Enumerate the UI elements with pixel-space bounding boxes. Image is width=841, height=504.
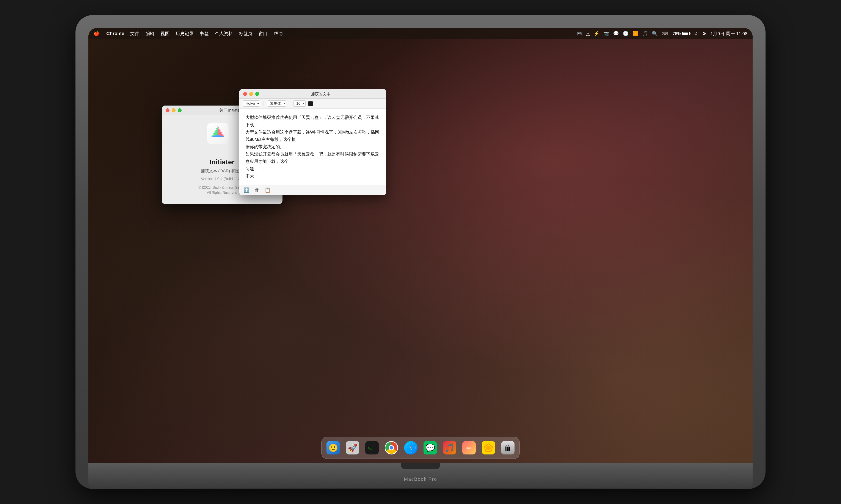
clock-icon[interactable]: 🕐 [623,31,629,36]
dock: 🙂 🚀 $ [321,437,520,459]
font-select[interactable]: Helvetica [243,101,260,107]
menu-edit[interactable]: 编辑 [145,31,154,37]
capture-maximize-button[interactable] [255,92,259,96]
screenshot-icon[interactable]: 📷 [603,31,609,36]
menubar: 🍎 Chrome 文件 编辑 视图 历史记录 书签 个人资料 标签页 窗口 帮助… [88,28,753,39]
dock-music[interactable]: 🎵 [442,439,458,456]
capture-traffic-lights [243,92,259,96]
capture-body[interactable]: 大型软件墙裂推荐优先使用「天翼云盘」，该云盘无需开会员，不限速下载！ 大型文件最… [239,109,386,185]
capture-footer: ⬆️ 🗑 📋 [239,185,386,195]
traffic-lights [166,108,182,112]
delete-icon[interactable]: 🗑 [255,187,259,193]
svg-text:_: _ [371,446,373,450]
display-icon[interactable]: 🖥 [693,31,698,36]
capture-text-window: 捕获的文本 Helvetica 常规体 16 [239,89,386,195]
clock-display: 1月9日 周一 11:08 [710,31,748,37]
camera-notch [401,463,440,469]
minimize-button[interactable] [172,108,175,112]
wifi-icon[interactable]: 📶 [633,31,638,36]
dock-finder[interactable]: 🙂 [325,439,341,456]
capture-minimize-button[interactable] [249,92,253,96]
menu-file[interactable]: 文件 [130,31,139,37]
battery-percent: 76% [672,31,681,36]
laptop-bottom: MacBook Pro [88,463,753,489]
apple-menu[interactable]: 🍎 [93,31,99,36]
svg-text:🗑: 🗑 [504,444,512,452]
screen: 🍎 Chrome 文件 编辑 视图 历史记录 书签 个人资料 标签页 窗口 帮助… [88,28,753,463]
macbook-label: MacBook Pro [404,476,437,482]
capture-close-button[interactable] [243,92,247,96]
menu-help[interactable]: 帮助 [274,31,283,37]
menubar-right: 🎮 △ ⚡ 📷 💬 🕐 📶 🎵 🔍 ⌨ 76% [577,31,748,37]
bolt-icon[interactable]: ⚡ [594,31,600,36]
initiater-icon-svg [207,123,228,144]
app-name: Initiater [210,158,235,166]
battery-bar [682,32,690,35]
dock-launchpad[interactable]: 🚀 [344,439,361,456]
chat-icon[interactable]: 💬 [613,31,619,36]
capture-window-title: 捕获的文本 [259,91,382,96]
menu-view[interactable]: 视图 [160,31,170,37]
battery-indicator: 76% [672,31,690,36]
macbook-pro: 🍎 Chrome 文件 编辑 视图 历史记录 书签 个人资料 标签页 窗口 帮助… [75,15,766,489]
app-subtitle: 捕获文本 (OCR) 和图形 [201,168,243,174]
copy-icon[interactable]: 📋 [264,187,270,193]
capture-toolbar: Helvetica 常规体 16 [239,98,386,109]
share-icon[interactable]: ⬆️ [244,187,250,193]
style-select[interactable]: 常规体 [267,101,286,107]
svg-text:🎵: 🎵 [445,443,454,452]
toolbar-separator-1 [263,101,264,106]
svg-text:💬: 💬 [426,443,435,452]
menu-history[interactable]: 历史记录 [175,31,194,37]
svg-text:✏: ✏ [466,445,472,452]
svg-text:$: $ [368,446,370,450]
svg-text:🙂: 🙂 [328,443,338,452]
menu-bookmarks[interactable]: 书签 [200,31,209,37]
menu-tabs[interactable]: 标签页 [239,31,253,37]
dock-container: 🙂 🚀 $ [321,437,520,459]
app-version: Version 1.0.4 (Build 1129) [201,177,243,181]
hinge-line [122,488,719,489]
dock-craft[interactable]: ✏ [461,439,477,456]
screen-bezel: 🍎 Chrome 文件 编辑 视图 历史记录 书签 个人资料 标签页 窗口 帮助… [88,28,753,463]
close-button[interactable] [166,108,170,112]
search-icon[interactable]: 🔍 [652,31,658,36]
dock-wechat[interactable]: 💬 [422,439,439,456]
menubar-left: 🍎 Chrome 文件 编辑 视图 历史记录 书签 个人资料 标签页 窗口 帮助 [93,31,283,37]
dock-terminal[interactable]: $ _ [364,439,380,456]
battery-fill [683,33,687,35]
dock-sketch[interactable] [480,439,497,456]
app-copyright: © [2022] Sadik & Imron SaidovAll Rights … [199,185,246,195]
menu-profile[interactable]: 个人资料 [215,31,233,37]
capture-titlebar: 捕获的文本 [239,89,386,98]
audio-icon[interactable]: 🎵 [642,31,648,36]
app-icon [207,123,237,153]
control-center-icon[interactable]: ⚙ [702,31,706,36]
svg-text:🚀: 🚀 [348,443,358,452]
maximize-button[interactable] [178,108,182,112]
dock-trash[interactable]: 🗑 [500,439,516,456]
warning-icon[interactable]: △ [586,31,590,36]
size-select[interactable]: 16 [293,101,306,107]
menu-window[interactable]: 窗口 [259,31,268,37]
desktop-background [88,28,753,463]
dock-safari[interactable] [402,439,419,456]
app-menu-chrome[interactable]: Chrome [106,31,124,36]
gamepad-icon[interactable]: 🎮 [577,31,582,36]
dock-chrome[interactable] [383,439,399,456]
keyboard-icon[interactable]: ⌨ [662,31,669,36]
color-swatch[interactable] [308,101,313,106]
